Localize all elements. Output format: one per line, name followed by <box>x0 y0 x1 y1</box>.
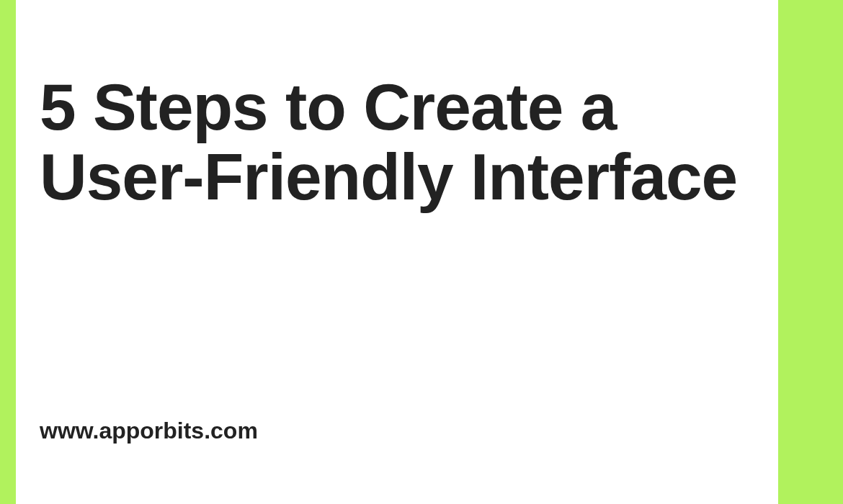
page-title: 5 Steps to Create a User-Friendly Interf… <box>40 72 757 212</box>
content-area: 5 Steps to Create a User-Friendly Interf… <box>40 72 757 212</box>
right-accent-bar <box>778 0 843 504</box>
website-url: www.apporbits.com <box>40 418 258 444</box>
left-accent-bar <box>0 0 16 504</box>
